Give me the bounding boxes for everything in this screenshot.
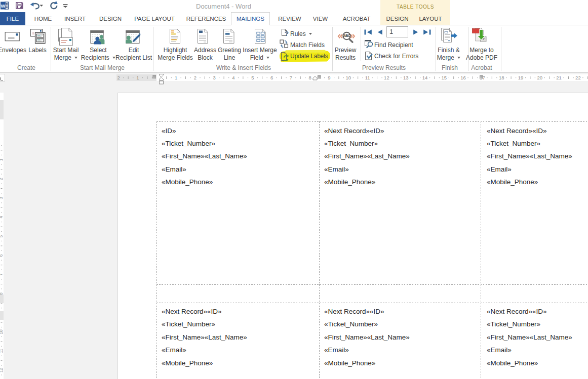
svg-text:6: 6 bbox=[0, 254, 4, 257]
svg-text:1: 1 bbox=[136, 75, 139, 80]
svg-text:6: 6 bbox=[270, 75, 273, 80]
svg-text:14: 14 bbox=[422, 75, 428, 80]
svg-text:18: 18 bbox=[499, 75, 504, 80]
svg-text:12: 12 bbox=[0, 368, 4, 373]
svg-text:W: W bbox=[1, 3, 6, 9]
svg-text:ABC: ABC bbox=[343, 34, 350, 37]
svg-text:15: 15 bbox=[442, 75, 447, 80]
svg-text:22: 22 bbox=[575, 75, 581, 80]
svg-text:10: 10 bbox=[346, 75, 351, 80]
svg-text:7: 7 bbox=[0, 273, 4, 276]
svg-text:4: 4 bbox=[0, 216, 4, 219]
svg-text:1: 1 bbox=[175, 75, 177, 80]
svg-text:2: 2 bbox=[194, 75, 197, 80]
svg-text:12: 12 bbox=[384, 75, 389, 80]
svg-text:3: 3 bbox=[0, 197, 4, 199]
svg-text:5: 5 bbox=[0, 235, 4, 237]
svg-text:7: 7 bbox=[290, 75, 292, 80]
svg-text:2: 2 bbox=[117, 75, 120, 80]
svg-text:21: 21 bbox=[556, 75, 562, 80]
svg-text:11: 11 bbox=[0, 349, 4, 353]
svg-text:13: 13 bbox=[403, 75, 409, 80]
svg-text:5: 5 bbox=[251, 75, 254, 80]
svg-text:2: 2 bbox=[0, 178, 4, 180]
svg-text:4: 4 bbox=[232, 75, 234, 80]
svg-text:10: 10 bbox=[0, 329, 4, 334]
svg-text:8: 8 bbox=[309, 75, 311, 80]
svg-text:9: 9 bbox=[328, 75, 330, 80]
svg-text:11: 11 bbox=[365, 75, 370, 80]
svg-text:1: 1 bbox=[0, 158, 4, 161]
svg-text:16: 16 bbox=[460, 75, 466, 80]
svg-text:20: 20 bbox=[537, 75, 543, 80]
svg-text:3: 3 bbox=[213, 75, 216, 80]
svg-text:19: 19 bbox=[518, 75, 524, 80]
svg-text:?: ? bbox=[285, 30, 289, 37]
